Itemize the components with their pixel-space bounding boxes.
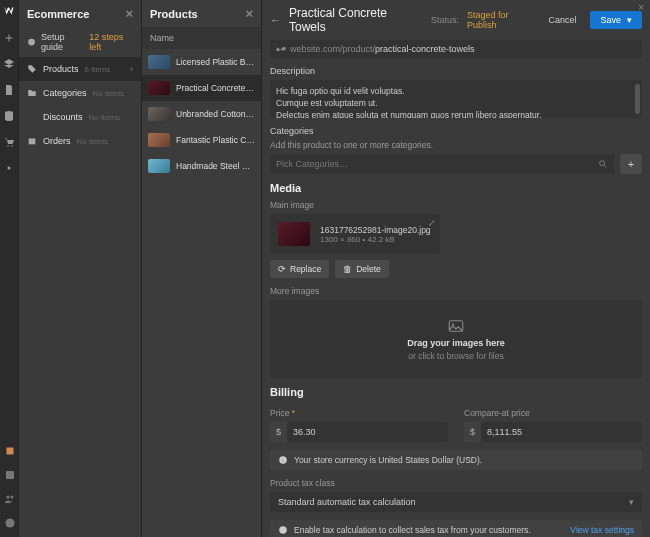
slug-value: practical-concrete-towels [375, 44, 475, 54]
nav-label: Orders [43, 136, 71, 146]
billing-heading: Billing [270, 386, 642, 398]
slug-prefix: website.com/product/ [290, 44, 375, 54]
product-name: Practical Concrete To… [176, 83, 255, 93]
nav-count: No items [89, 113, 121, 122]
save-button[interactable]: Save▾ [590, 11, 642, 29]
svg-rect-10 [29, 139, 36, 145]
rail-page-icon[interactable] [3, 84, 15, 98]
save-label: Save [600, 15, 621, 25]
chevron-right-icon: › [130, 64, 133, 74]
product-editor: ← Practical Concrete Towels Status: Stag… [262, 0, 650, 537]
nav-discounts[interactable]: Discounts No items [19, 105, 141, 129]
price-input[interactable] [287, 422, 448, 442]
product-thumb [148, 159, 170, 173]
product-thumb [148, 81, 170, 95]
close-icon[interactable]: × [245, 6, 253, 21]
product-name: Licensed Plastic Bike [176, 57, 255, 67]
refresh-icon: ⟳ [278, 264, 286, 274]
compare-label: Compare-at price [464, 408, 642, 418]
setup-label: Setup guide [41, 32, 84, 52]
price-label: Price * [270, 408, 448, 418]
tax-class-select[interactable]: Standard automatic tax calculation ▾ [270, 492, 642, 512]
tax-class-value: Standard automatic tax calculation [278, 497, 416, 507]
rail-users-icon[interactable] [4, 493, 16, 507]
svg-rect-5 [6, 471, 14, 479]
product-name: Fantastic Plastic Chair [176, 135, 255, 145]
list-item[interactable]: Practical Concrete To… [142, 75, 261, 101]
rail-audit-icon[interactable] [4, 469, 16, 483]
categories-placeholder: Pick Categories… [276, 159, 348, 169]
rail-settings-icon[interactable] [3, 162, 15, 176]
compare-input[interactable] [481, 422, 642, 442]
app-root: Ecommerce × Setup guide 12 steps left Pr… [0, 0, 650, 537]
svg-point-7 [10, 496, 13, 499]
window-close[interactable]: × [638, 2, 644, 13]
ecommerce-header: Ecommerce × [19, 0, 141, 27]
search-icon [598, 159, 608, 169]
svg-point-15 [279, 526, 287, 534]
rail-layers-icon[interactable] [3, 58, 15, 72]
list-item[interactable]: Fantastic Plastic Chair [142, 127, 261, 153]
delete-button[interactable]: 🗑Delete [335, 260, 389, 278]
svg-rect-4 [6, 448, 13, 455]
nav-count: No items [77, 137, 109, 146]
nav-label: Products [43, 64, 79, 74]
editor-topbar: ← Practical Concrete Towels Status: Stag… [262, 0, 650, 40]
status-label: Status: [431, 15, 459, 25]
image-dimensions: 1300 × 860 • 42.2 kB [320, 235, 431, 244]
setup-guide[interactable]: Setup guide 12 steps left [19, 27, 141, 57]
list-item[interactable]: Licensed Plastic Bike [142, 49, 261, 75]
currency-info-text: Your store currency is United States Dol… [294, 455, 482, 465]
chevron-down-icon: ▾ [627, 15, 632, 25]
nav-count: 6 items [85, 65, 111, 74]
description-field[interactable]: Hic fuga optio qui id velit voluptas. Cu… [270, 80, 642, 118]
close-icon[interactable]: × [125, 6, 133, 21]
compare-field[interactable]: $ [464, 422, 642, 442]
rail-help-icon[interactable] [4, 517, 16, 531]
rail-logo-icon[interactable] [3, 6, 15, 20]
description-text: Hic fuga optio qui id velit voluptas. Cu… [276, 86, 542, 118]
replace-button[interactable]: ⟳Replace [270, 260, 329, 278]
list-item[interactable]: Unbranded Cotton Car [142, 101, 261, 127]
image-filename: 1631776252981-image20.jpg [320, 225, 431, 235]
currency-symbol: $ [270, 422, 287, 442]
rail-add-icon[interactable] [3, 32, 15, 46]
currency-info: Your store currency is United States Dol… [270, 450, 642, 470]
slug-field[interactable]: website.com/product/practical-concrete-t… [270, 40, 642, 58]
nav-orders[interactable]: Orders No items [19, 129, 141, 153]
dropzone-title: Drag your images here [407, 338, 505, 348]
price-field[interactable]: $ [270, 422, 448, 442]
media-heading: Media [270, 182, 642, 194]
svg-point-2 [11, 145, 13, 147]
tax-settings-link[interactable]: View tax settings [570, 525, 634, 535]
product-thumb [148, 107, 170, 121]
expand-icon[interactable]: ⤢ [428, 218, 436, 228]
product-thumb [148, 55, 170, 69]
categories-help: Add this product to one or more categori… [270, 140, 642, 150]
add-category-button[interactable]: + [620, 154, 642, 174]
svg-point-9 [28, 39, 35, 46]
tax-info: Enable tax calculation to collect sales … [270, 520, 642, 537]
product-name: Handmade Steel Fish [176, 161, 255, 171]
categories-input[interactable]: Pick Categories… [270, 154, 614, 174]
info-icon [278, 525, 288, 535]
image-dropzone[interactable]: Drag your images here or click to browse… [270, 300, 642, 378]
nav-categories[interactable]: Categories No items [19, 81, 141, 105]
products-header: Products × [142, 0, 261, 27]
ecommerce-title: Ecommerce [27, 8, 89, 20]
product-thumb [148, 133, 170, 147]
back-arrow-icon[interactable]: ← [270, 14, 281, 26]
image-thumbnail[interactable] [278, 222, 310, 246]
nav-label: Discounts [43, 112, 83, 122]
rail-db-icon[interactable] [3, 110, 15, 124]
products-title: Products [150, 8, 198, 20]
list-item[interactable]: Handmade Steel Fish [142, 153, 261, 179]
tax-info-text: Enable tax calculation to collect sales … [294, 525, 531, 535]
more-images-label: More images [270, 286, 642, 296]
rail-stop-icon[interactable] [4, 445, 16, 459]
rail-cart-icon[interactable] [3, 136, 15, 150]
cancel-button[interactable]: Cancel [542, 11, 582, 29]
scrollbar[interactable] [635, 84, 640, 114]
image-icon [446, 317, 466, 335]
nav-products[interactable]: Products 6 items › [19, 57, 141, 81]
